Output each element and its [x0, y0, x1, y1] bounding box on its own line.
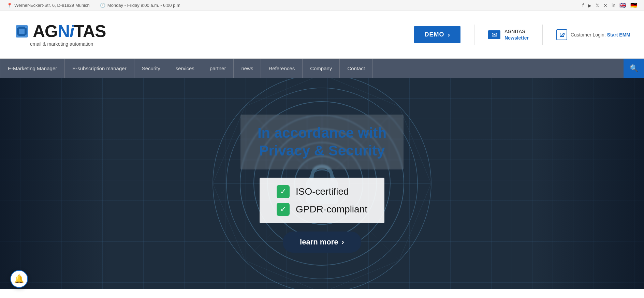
search-icon: 🔍	[630, 64, 638, 72]
newsletter-link[interactable]: AGNITAS Newsletter	[488, 28, 529, 41]
badge-gpdr: ✓ GPDR-compliant	[277, 203, 367, 216]
hero-title-box: In accordance with Privacy & Security	[240, 115, 404, 169]
customer-login-link[interactable]: Customer Login: Start EMM	[556, 29, 630, 40]
main-nav: E-Marketing Manager E-subscription manag…	[0, 59, 644, 78]
flag-uk[interactable]: 🇬🇧	[619, 2, 626, 9]
nav-item-security[interactable]: Security	[134, 59, 168, 78]
learn-more-arrow-icon: ›	[342, 238, 344, 247]
svg-line-22	[213, 106, 245, 183]
check-icon-gpdr: ✓	[277, 203, 290, 216]
logo-brand: AGNiTAS	[33, 23, 106, 40]
nav-item-emarketing[interactable]: E-Marketing Manager	[0, 59, 65, 78]
logo-area: AGNiTAS email & marketing automation	[14, 23, 106, 47]
newsletter-text: AGNITAS Newsletter	[504, 28, 529, 41]
customer-login-text: Customer Login: Start EMM	[571, 32, 630, 38]
logo-icon	[14, 23, 30, 40]
nav-item-esubscription[interactable]: E-subscription manager	[65, 59, 134, 78]
nav-item-news[interactable]: news	[234, 59, 261, 78]
badge-iso-text: ISO-certified	[296, 186, 349, 197]
top-bar-left: 📍 Werner-Eckert-Str. 6, D-81829 Munich 🕐…	[7, 3, 180, 8]
external-link-icon	[556, 29, 567, 40]
x-icon[interactable]: ✕	[603, 3, 608, 8]
newsletter-line1: AGNITAS	[504, 28, 529, 34]
facebook-icon[interactable]: f	[582, 3, 584, 8]
hero-badges: ✓ ISO-certified ✓ GPDR-compliant	[260, 178, 384, 223]
start-emm-link[interactable]: Start EMM	[607, 32, 630, 38]
youtube-icon[interactable]: ▶	[588, 3, 591, 8]
top-bar-right: f ▶ 𝕏 ✕ in 🇬🇧 🇩🇪	[582, 2, 637, 9]
top-bar: 📍 Werner-Eckert-Str. 6, D-81829 Munich 🕐…	[0, 0, 644, 11]
nav-item-company[interactable]: Company	[303, 59, 340, 78]
address-text: Werner-Eckert-Str. 6, D-81829 Munich	[14, 3, 90, 8]
svg-rect-3	[19, 29, 25, 34]
envelope-icon	[488, 30, 500, 39]
demo-button[interactable]: DEMO ›	[414, 26, 460, 43]
check-icon-iso: ✓	[277, 185, 290, 198]
clock-icon: 🕐	[100, 3, 105, 8]
nav-item-partner[interactable]: partner	[202, 59, 234, 78]
hero-title-line2: Privacy & Security	[259, 143, 385, 159]
divider-2	[542, 25, 543, 45]
nav-item-contact[interactable]: Contact	[340, 59, 373, 78]
learn-more-button[interactable]: learn more ›	[283, 232, 361, 253]
svg-line-18	[399, 183, 431, 260]
divider-1	[474, 25, 474, 45]
logo-subtitle: email & marketing automation	[30, 41, 106, 47]
address-info: 📍 Werner-Eckert-Str. 6, D-81829 Munich	[7, 3, 90, 8]
bell-icon: 🔔	[14, 274, 24, 284]
newsletter-line2: Newsletter	[504, 35, 529, 41]
hero-title: In accordance with Privacy & Security	[258, 124, 386, 160]
nav-item-references[interactable]: References	[261, 59, 303, 78]
hero-content: In accordance with Privacy & Security ✓ …	[240, 115, 404, 253]
header-right: DEMO › AGNITAS Newsletter Customer Login…	[414, 25, 630, 45]
demo-label: DEMO	[424, 31, 444, 38]
svg-line-21	[213, 183, 245, 260]
hero-title-line1: In accordance with	[258, 125, 386, 141]
hours-info: 🕐 Monday - Friday 9:00 a.m. - 6:00 p.m	[100, 3, 180, 8]
search-button[interactable]: 🔍	[624, 59, 644, 78]
svg-line-17	[399, 106, 431, 183]
twitter-icon[interactable]: 𝕏	[596, 3, 599, 8]
badge-iso: ✓ ISO-certified	[277, 185, 367, 198]
notification-bell[interactable]: 🔔	[10, 270, 28, 288]
customer-login-prefix: Customer Login:	[571, 32, 606, 38]
linkedin-icon[interactable]: in	[612, 3, 615, 8]
badge-gpdr-text: GPDR-compliant	[296, 204, 367, 215]
learn-more-label: learn more	[300, 238, 338, 247]
nav-item-services[interactable]: services	[168, 59, 202, 78]
nav-items: E-Marketing Manager E-subscription manag…	[0, 59, 624, 78]
flag-de[interactable]: 🇩🇪	[630, 2, 637, 9]
location-icon: 📍	[7, 3, 12, 8]
hero-left-overlay	[0, 78, 109, 289]
hero-right-overlay	[535, 78, 644, 289]
hours-text: Monday - Friday 9:00 a.m. - 6:00 p.m	[107, 3, 180, 8]
logo-wrapper: AGNiTAS	[14, 23, 106, 40]
hero-section: In accordance with Privacy & Security ✓ …	[0, 78, 644, 289]
demo-arrow-icon: ›	[448, 31, 450, 39]
header: AGNiTAS email & marketing automation DEM…	[0, 11, 644, 59]
